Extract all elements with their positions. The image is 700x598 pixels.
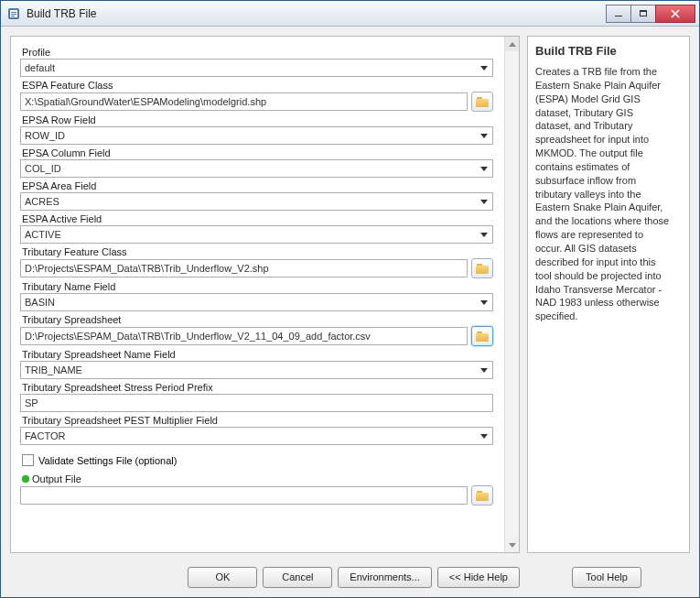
profile-combo[interactable]: default — [20, 59, 493, 77]
espa-active-label: ESPA Active Field — [22, 213, 493, 224]
window-title: Build TRB File — [27, 7, 607, 20]
ok-button[interactable]: OK — [188, 567, 257, 588]
trib-sheet-sp-label: Tributary Spreadsheet Stress Period Pref… — [22, 382, 493, 393]
espa-row-combo[interactable]: ROW_ID — [20, 126, 493, 145]
form-scrollbar[interactable] — [504, 37, 519, 552]
trib-sheet-name-label: Tributary Spreadsheet Name Field — [22, 349, 493, 360]
hide-help-button[interactable]: << Hide Help — [437, 567, 520, 588]
chevron-down-icon — [480, 66, 488, 71]
folder-icon — [476, 264, 489, 274]
espa-area-value: ACRES — [25, 196, 59, 207]
chevron-down-icon — [480, 134, 488, 138]
cancel-button[interactable]: Cancel — [263, 567, 332, 588]
help-title: Build TRB File — [535, 44, 671, 58]
svg-rect-2 — [11, 12, 16, 13]
trib-sheet-name-value: TRIB_NAME — [25, 364, 82, 375]
help-panel: Build TRB File Creates a TRB file from t… — [527, 36, 690, 553]
chevron-down-icon — [480, 434, 488, 439]
espa-row-label: EPSA Row Field — [22, 114, 493, 125]
svg-rect-3 — [11, 14, 16, 15]
app-icon — [6, 6, 21, 21]
required-marker-icon — [22, 475, 29, 483]
environments-button[interactable]: Environments... — [338, 567, 431, 588]
dialog-window: Build TRB File Profile default — [0, 0, 700, 598]
output-input[interactable] — [20, 486, 468, 505]
button-row: OK Cancel Environments... << Hide Help T… — [1, 557, 699, 597]
espa-col-combo[interactable]: COL_ID — [20, 159, 493, 178]
output-label: Output File — [32, 473, 81, 484]
validate-checkbox[interactable] — [22, 454, 34, 466]
form-panel: Profile default ESPA Feature Class EPSA … — [10, 36, 520, 553]
espa-active-combo[interactable]: ACTIVE — [20, 225, 493, 244]
espa-col-label: EPSA Column Field — [22, 147, 493, 158]
folder-icon — [476, 332, 489, 342]
output-browse-button[interactable] — [471, 485, 493, 506]
trib-sheet-browse-button[interactable] — [471, 326, 493, 346]
trib-sheet-pest-value: FACTOR — [25, 430, 65, 441]
validate-label: Validate Settings File (optional) — [38, 455, 177, 466]
chevron-down-icon — [480, 167, 488, 171]
trib-sheet-label: Tributary Spreadsheet — [22, 314, 493, 325]
espa-row-value: ROW_ID — [25, 130, 65, 141]
trib-sheet-pest-combo[interactable]: FACTOR — [20, 427, 493, 445]
maximize-button[interactable] — [630, 5, 656, 23]
chevron-down-icon — [480, 233, 488, 237]
espa-col-value: COL_ID — [25, 163, 61, 174]
trib-feature-browse-button[interactable] — [471, 258, 493, 278]
profile-label: Profile — [22, 47, 493, 58]
close-icon — [671, 9, 680, 18]
window-controls — [607, 5, 695, 23]
minimize-button[interactable] — [606, 5, 631, 23]
trib-sheet-sp-input[interactable] — [20, 394, 493, 412]
trib-sheet-input[interactable] — [20, 327, 468, 345]
espa-feature-browse-button[interactable] — [471, 92, 493, 112]
trib-feature-input[interactable] — [20, 259, 468, 277]
trib-sheet-pest-label: Tributary Spreadsheet PEST Multiplier Fi… — [22, 415, 493, 426]
folder-icon — [476, 491, 489, 501]
espa-area-combo[interactable]: ACRES — [20, 192, 493, 211]
trib-name-label: Tributary Name Field — [22, 281, 493, 292]
help-body: Creates a TRB file from the Eastern Snak… — [535, 65, 671, 323]
espa-feature-label: ESPA Feature Class — [22, 80, 493, 91]
chevron-down-icon — [480, 368, 488, 373]
output-label-row: Output File — [22, 473, 493, 484]
close-button[interactable] — [655, 5, 695, 23]
tool-help-button[interactable]: Tool Help — [572, 567, 641, 588]
svg-rect-4 — [11, 16, 15, 16]
client-area: Profile default ESPA Feature Class EPSA … — [1, 27, 699, 597]
trib-feature-label: Tributary Feature Class — [22, 246, 493, 257]
trib-name-value: BASIN — [25, 297, 55, 308]
profile-value: default — [25, 62, 55, 73]
trib-name-combo[interactable]: BASIN — [20, 293, 493, 311]
chevron-down-icon — [480, 300, 488, 305]
content-row: Profile default ESPA Feature Class EPSA … — [1, 27, 699, 557]
trib-sheet-name-combo[interactable]: TRIB_NAME — [20, 361, 493, 379]
chevron-down-icon — [480, 200, 488, 204]
espa-feature-input[interactable] — [20, 92, 468, 111]
espa-active-value: ACTIVE — [25, 229, 61, 240]
folder-icon — [476, 97, 489, 107]
titlebar[interactable]: Build TRB File — [1, 1, 699, 27]
espa-area-label: EPSA Area Field — [22, 180, 493, 191]
